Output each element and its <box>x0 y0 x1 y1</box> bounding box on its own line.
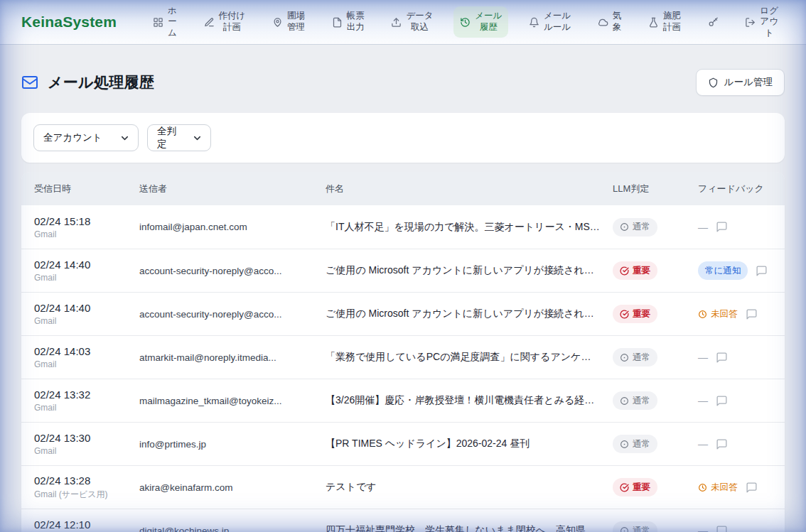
table-row[interactable]: 02/24 12:10Gmaildigital@kochinews.jp四万十福… <box>21 509 785 532</box>
feedback-unanswered: 未回答 <box>698 482 738 494</box>
nav-item-label: ホ ー ム <box>168 6 177 39</box>
table-row[interactable]: 02/24 13:28Gmail (サービス用)akira@keinafarm.… <box>21 465 785 509</box>
llm-judgment-label: 重要 <box>633 265 650 277</box>
chat-icon <box>746 482 758 494</box>
cell-subject: 【3/26開催】慶応・岸教授登壇！横川電機責任者とみる経営... <box>326 394 613 407</box>
feedback-none: — <box>698 438 708 450</box>
feedback-none: — <box>698 395 708 406</box>
feedback-none: — <box>698 222 708 233</box>
cell-sender: info@prtimes.jp <box>139 439 326 450</box>
nav-item-label: 気 象 <box>613 11 622 33</box>
cell-llm-judgment: 通常 <box>613 435 698 453</box>
cell-sender: account-security-noreply@acco... <box>139 266 326 276</box>
col-header-received: 受信日時 <box>34 183 139 195</box>
account-label: Gmail <box>34 229 139 239</box>
table-row[interactable]: 02/24 13:30Gmailinfo@prtimes.jp【PR TIMES… <box>21 422 785 465</box>
nav-item-home[interactable]: ホ ー ム <box>146 1 183 43</box>
nav-item-mail-rules[interactable]: メール ルール <box>522 6 577 37</box>
table-body: 02/24 15:18Gmailinfomail@japan.cnet.com「… <box>21 205 785 532</box>
col-header-sender: 送信者 <box>139 183 326 195</box>
account-filter-value: 全アカウント <box>43 131 102 144</box>
cell-received: 02/24 13:28Gmail (サービス用) <box>34 474 139 501</box>
llm-judgment-label: 通常 <box>633 438 650 450</box>
chat-icon <box>716 438 728 450</box>
cell-subject: ご使用の Microsoft アカウントに新しいアプリが接続されました <box>326 308 613 320</box>
nav-item-planting-plan[interactable]: 作付け 計画 <box>198 6 252 37</box>
table-row[interactable]: 02/24 14:40Gmailaccount-security-noreply… <box>21 249 785 292</box>
account-filter-select[interactable]: 全アカウント <box>33 124 139 151</box>
cell-received: 02/24 12:10Gmail <box>34 519 139 532</box>
cell-sender: infomail@japan.cnet.com <box>139 222 326 232</box>
upload-icon <box>391 17 402 28</box>
llm-judgment-badge: 通常 <box>613 435 657 453</box>
cell-received: 02/24 14:03Gmail <box>34 345 139 369</box>
app-header: KeinaSystem ホ ー ム作付け 計画圃場 管理帳票 出力データ 取込メ… <box>0 0 806 45</box>
grid-icon <box>153 17 163 28</box>
check-circle-icon <box>620 483 629 492</box>
target-icon <box>620 222 629 232</box>
llm-judgment-badge: 重要 <box>613 478 657 496</box>
nav-item-mail-history[interactable]: メール 履歴 <box>453 6 508 37</box>
chat-icon <box>746 308 758 320</box>
rule-management-button[interactable]: ルール管理 <box>696 69 785 96</box>
chevron-down-icon <box>192 133 203 143</box>
account-label: Gmail (サービス用) <box>34 489 139 501</box>
brand-logo: KeinaSystem <box>21 13 117 31</box>
judgment-filter-select[interactable]: 全判定 <box>147 124 211 151</box>
app-window: KeinaSystem ホ ー ム作付け 計画圃場 管理帳票 出力データ 取込メ… <box>0 0 806 532</box>
clock-icon <box>698 310 707 319</box>
feedback-comment-button[interactable] <box>746 482 758 494</box>
nav-item-label: メール ルール <box>544 11 571 33</box>
table-row[interactable]: 02/24 13:32Gmailmailmagazine_tkmail@toyo… <box>21 379 785 422</box>
nav-item-weather[interactable]: 気 象 <box>591 6 628 37</box>
chat-icon <box>716 221 728 233</box>
rule-management-label: ルール管理 <box>724 76 773 89</box>
cell-received: 02/24 14:40Gmail <box>34 302 139 326</box>
feedback-comment-button[interactable] <box>746 308 758 320</box>
target-icon <box>620 526 629 532</box>
cell-feedback: — <box>698 352 775 364</box>
check-circle-icon <box>620 266 629 276</box>
document-icon <box>332 17 343 28</box>
nav-item-fertilizer-plan[interactable]: 施肥 計画 <box>642 6 687 37</box>
map-pin-icon <box>272 17 283 28</box>
feedback-label: 未回答 <box>711 482 738 494</box>
chat-icon <box>756 265 768 277</box>
nav-item-label: 帳票 出力 <box>347 11 365 33</box>
cell-received: 02/24 14:40Gmail <box>34 259 139 283</box>
nav-item-api-key[interactable] <box>702 13 725 32</box>
nav-item-data-import[interactable]: データ 取込 <box>385 6 439 37</box>
received-datetime: 02/24 13:28 <box>34 474 139 487</box>
llm-judgment-label: 重要 <box>633 482 650 494</box>
chat-icon <box>716 352 728 364</box>
key-icon <box>708 17 719 28</box>
table-row[interactable]: 02/24 15:18Gmailinfomail@japan.cnet.com「… <box>21 205 785 249</box>
feedback-comment-button[interactable] <box>716 525 728 532</box>
table-row[interactable]: 02/24 14:03Gmailatmarkit-mail@noreply.it… <box>21 335 785 379</box>
feedback-comment-button[interactable] <box>716 395 728 407</box>
nav-item-report-output[interactable]: 帳票 出力 <box>326 6 371 37</box>
feedback-comment-button[interactable] <box>716 352 728 364</box>
cell-sender: atmarkit-mail@noreply.itmedia... <box>139 352 326 363</box>
table-row[interactable]: 02/24 14:40Gmailaccount-security-noreply… <box>21 292 785 335</box>
cell-llm-judgment: 重要 <box>613 305 698 323</box>
nav-item-logout[interactable]: ログ アウ ト <box>738 1 785 43</box>
cell-sender: akira@keinafarm.com <box>139 482 326 493</box>
nav-item-field-management[interactable]: 圃場 管理 <box>266 6 311 37</box>
main-content: メール処理履歴 ルール管理 全アカウント 全判定 受信日時 送信者 件名 LLM… <box>0 69 806 532</box>
received-datetime: 02/24 14:40 <box>34 259 139 271</box>
check-circle-icon <box>620 310 629 319</box>
feedback-comment-button[interactable] <box>716 221 728 233</box>
llm-judgment-badge: 通常 <box>613 348 657 367</box>
cell-subject: 四万十福祉専門学校、学生募集しないまま閉校へ 高知県 <box>326 524 613 532</box>
cloud-icon <box>598 17 608 28</box>
account-label: Gmail <box>34 273 139 283</box>
cell-feedback: 未回答 <box>698 308 775 320</box>
col-header-feedback: フィードバック <box>698 183 775 195</box>
cell-subject: 【PR TIMES ヘッドライン】2026-02-24 昼刊 <box>326 438 613 450</box>
cell-sender: digital@kochinews.jp <box>139 526 326 532</box>
feedback-none: — <box>698 525 708 532</box>
chevron-down-icon <box>119 133 130 143</box>
feedback-comment-button[interactable] <box>756 265 768 277</box>
feedback-comment-button[interactable] <box>716 438 728 450</box>
